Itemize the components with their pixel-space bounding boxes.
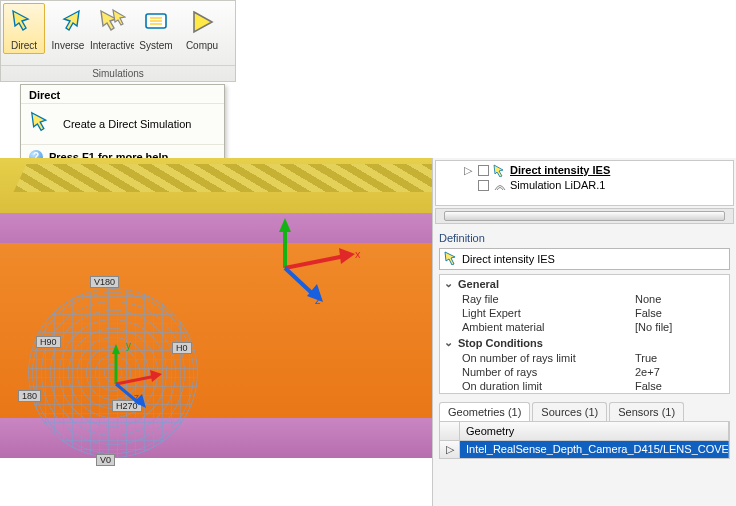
axis-label-z: z — [315, 294, 321, 306]
viewport-3d[interactable]: V180 H90 H0 180 H270 V0 y z x z — [0, 158, 432, 506]
tab-geometries[interactable]: Geometries (1) — [439, 402, 530, 421]
ribbon-system-button[interactable]: System — [135, 3, 177, 54]
sim-lidar-icon — [493, 179, 506, 192]
prop-value: None — [635, 293, 725, 305]
sim-direct-icon — [493, 164, 506, 177]
arrow-interactive-icon — [96, 6, 128, 38]
prop-key: On duration limit — [462, 380, 635, 392]
axes-triad-main[interactable]: x z — [255, 218, 365, 310]
prop-value: True — [635, 352, 725, 364]
tree-item-direct-intensity[interactable]: ▷ Direct intensity IES — [440, 163, 729, 178]
prop-row[interactable]: Ambient material [No file] — [440, 320, 729, 334]
prop-value: False — [635, 380, 725, 392]
ribbon-label: Interactive — [90, 40, 134, 51]
ribbon-row: Direct Inverse Interactive — [1, 1, 235, 65]
axis-label-z: z — [134, 392, 139, 403]
arrow-direct-icon — [8, 6, 40, 38]
bottom-tabs: Geometries (1) Sources (1) Sensors (1) — [439, 402, 730, 421]
ribbon-interactive-button[interactable]: Interactive — [91, 3, 133, 54]
axis-label-x: x — [355, 248, 361, 260]
prop-value: [No file] — [635, 321, 725, 333]
axis-label-180: 180 — [18, 390, 41, 402]
svg-marker-2 — [112, 344, 120, 354]
axes-triad-sphere[interactable]: y z — [96, 344, 176, 416]
ribbon-direct-button[interactable]: Direct — [3, 3, 45, 54]
tree-scrollbar[interactable] — [435, 208, 734, 224]
table-row[interactable]: ▷ Intel_RealSense_Depth_Camera_D415/LENS… — [440, 441, 729, 458]
axis-label-v0: V0 — [96, 454, 115, 466]
prop-row[interactable]: On number of rays limit True — [440, 351, 729, 365]
prop-row[interactable]: Ray file None — [440, 292, 729, 306]
tree-item-label: Simulation LiDAR.1 — [510, 178, 605, 193]
ribbon-inverse-button[interactable]: Inverse — [47, 3, 89, 54]
axis-label-v180: V180 — [90, 276, 119, 288]
tab-sensors[interactable]: Sensors (1) — [609, 402, 684, 421]
prop-key: Number of rays — [462, 366, 635, 378]
arrow-direct-icon — [29, 110, 55, 138]
prop-group-general[interactable]: ⌄ General — [440, 275, 729, 292]
svg-line-3 — [116, 376, 156, 384]
geometry-cell[interactable]: Intel_RealSense_Depth_Camera_D415/LENS_C… — [460, 441, 729, 458]
svg-marker-10 — [339, 248, 355, 264]
ribbon-label: Inverse — [52, 40, 85, 51]
prop-key: Ray file — [462, 293, 635, 305]
axis-label-y: y — [126, 340, 131, 351]
prop-value: False — [635, 307, 725, 319]
prop-key: Ambient material — [462, 321, 635, 333]
ribbon-label: Compu — [186, 40, 218, 51]
system-icon — [140, 6, 172, 38]
checkbox[interactable] — [478, 165, 489, 176]
prop-group-stop[interactable]: ⌄ Stop Conditions — [440, 334, 729, 351]
ribbon-simulations: Direct Inverse Interactive — [0, 0, 236, 82]
simulation-tree[interactable]: ▷ Direct intensity IES ▷ Simulation LiDA… — [435, 160, 734, 206]
svg-marker-4 — [150, 370, 162, 382]
prop-group-title: Stop Conditions — [458, 337, 543, 349]
chevron-down-icon[interactable]: ⌄ — [444, 277, 454, 290]
tree-item-label: Direct intensity IES — [510, 163, 610, 178]
chevron-down-icon[interactable]: ⌄ — [444, 336, 454, 349]
definition-name-input[interactable] — [462, 253, 725, 265]
svg-marker-8 — [279, 218, 291, 232]
prop-value: 2e+7 — [635, 366, 725, 378]
prop-key: On number of rays limit — [462, 352, 635, 364]
svg-line-11 — [285, 268, 315, 296]
geometry-table[interactable]: Geometry ▷ Intel_RealSense_Depth_Camera_… — [439, 421, 730, 459]
grid-column-header[interactable]: Geometry — [460, 422, 729, 440]
prop-group-title: General — [458, 278, 499, 290]
row-handle-icon[interactable]: ▷ — [440, 441, 460, 458]
grid-header: Geometry — [440, 422, 729, 441]
compute-play-icon — [186, 6, 218, 38]
ribbon-compute-button[interactable]: Compu — [179, 3, 225, 54]
tooltip-title: Direct — [21, 85, 224, 104]
tab-sources[interactable]: Sources (1) — [532, 402, 607, 421]
ribbon-label: System — [139, 40, 172, 51]
prop-row[interactable]: On duration limit False — [440, 379, 729, 393]
prop-key: Light Expert — [462, 307, 635, 319]
arrow-inverse-icon — [52, 6, 84, 38]
definition-section-label: Definition — [433, 226, 736, 246]
property-grid[interactable]: ⌄ General Ray file None Light Expert Fal… — [439, 274, 730, 394]
checkbox[interactable] — [478, 180, 489, 191]
grid-corner-header — [440, 422, 460, 440]
ribbon-label: Direct — [11, 40, 37, 51]
axis-label-h90: H90 — [36, 336, 61, 348]
tooltip-body-row: Create a Direct Simulation — [21, 104, 224, 144]
expand-icon[interactable]: ▷ — [464, 163, 474, 178]
sim-direct-icon — [444, 251, 458, 267]
tree-item-lidar[interactable]: ▷ Simulation LiDAR.1 — [440, 178, 729, 193]
svg-line-9 — [285, 256, 345, 268]
definition-name-field[interactable] — [439, 248, 730, 270]
prop-row[interactable]: Light Expert False — [440, 306, 729, 320]
right-panel: ▷ Direct intensity IES ▷ Simulation LiDA… — [432, 158, 736, 506]
ribbon-group-label: Simulations — [1, 65, 235, 81]
model-fins — [13, 164, 432, 192]
tooltip-body-text: Create a Direct Simulation — [63, 118, 191, 130]
prop-row[interactable]: Number of rays 2e+7 — [440, 365, 729, 379]
